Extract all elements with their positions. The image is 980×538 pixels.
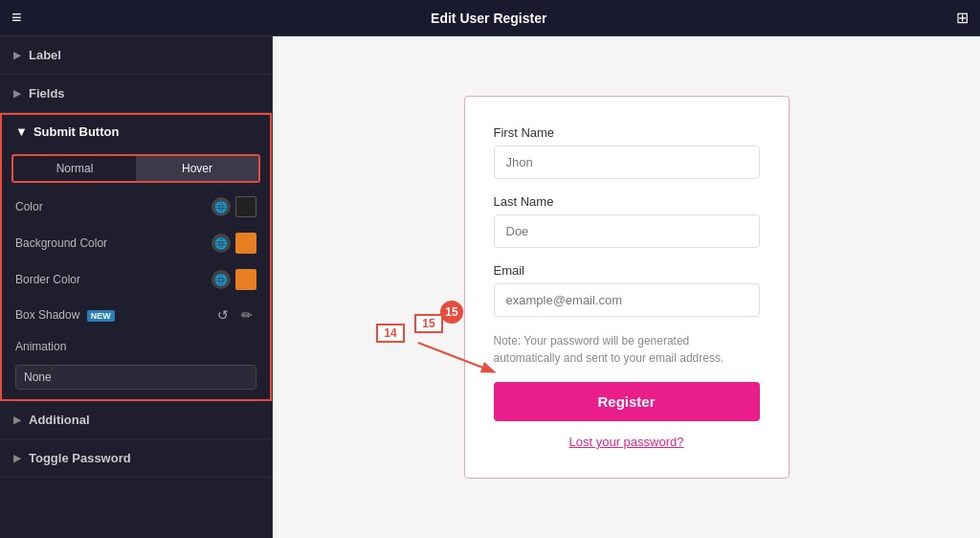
label-email: Email (494, 263, 760, 278)
sidebar-item-additional[interactable]: ▶ Additional (0, 401, 272, 438)
sidebar-item-submit-button[interactable]: ▼ Submit Button (2, 115, 270, 148)
sidebar-item-toggle-password[interactable]: ▶ Toggle Password (0, 439, 272, 477)
sidebar-label-text: Label (29, 48, 61, 62)
sidebar-fields-text: Fields (29, 86, 65, 101)
sidebar-item-fields[interactable]: ▶ Fields (0, 75, 272, 112)
prop-animation-label: Animation (15, 340, 256, 353)
tab-normal[interactable]: Normal (13, 156, 136, 181)
form-card: First Name Last Name Email Note: Your pa… (464, 96, 790, 479)
field-last-name: Last Name (494, 194, 760, 248)
menu-icon[interactable]: ≡ (11, 8, 22, 28)
sidebar-section-submit-button: ▼ Submit Button Normal Hover Color 🌐 Bac… (0, 113, 272, 401)
sidebar-section-label: ▶ Label (0, 36, 272, 75)
submit-button-label: Submit Button (33, 124, 120, 139)
bg-globe-icon[interactable]: 🌐 (212, 234, 231, 253)
chevron-right-icon-additional: ▶ (13, 415, 21, 425)
toggle-password-label: Toggle Password (29, 451, 131, 465)
field-email: Email (494, 263, 760, 317)
annotation-label-15: 15 (414, 314, 443, 333)
lost-password-link[interactable]: Lost your password? (494, 435, 760, 449)
prop-border-color: Border Color 🌐 (2, 261, 270, 298)
new-badge: NEW (87, 310, 115, 322)
edit-icon[interactable]: ✏ (237, 305, 256, 325)
sidebar-section-fields: ▶ Fields (0, 75, 272, 113)
chevron-right-icon: ▶ (13, 50, 21, 60)
prop-box-shadow: Box Shadow NEW ↺ ✏ 14 (2, 298, 270, 332)
password-note: Note: Your password will be generated au… (494, 332, 760, 367)
prop-box-shadow-label: Box Shadow NEW (15, 308, 213, 322)
field-first-name: First Name (494, 125, 760, 179)
submit-button-tab-group: Normal Hover (11, 154, 260, 183)
content-area: First Name Last Name Email Note: Your pa… (273, 36, 980, 538)
chevron-right-icon-toggle: ▶ (13, 453, 21, 463)
prop-bg-color-label: Background Color (15, 236, 212, 250)
border-globe-icon[interactable]: 🌐 (212, 270, 231, 289)
input-first-name[interactable] (494, 146, 760, 179)
prop-color-controls: 🌐 (212, 196, 256, 217)
grid-icon[interactable]: ⊞ (956, 9, 969, 27)
color-swatch-black[interactable] (235, 196, 256, 217)
prop-color-label: Color (15, 200, 212, 213)
prop-border-controls: 🌐 (212, 269, 256, 290)
animation-select-row: None (2, 361, 270, 399)
annotation-badge-15-content: 15 (440, 301, 463, 324)
main-layout: ▶ Label ▶ Fields ▼ Submit Button Normal … (0, 36, 980, 538)
input-email[interactable] (494, 283, 760, 317)
page-title: Edit User Register (431, 11, 546, 26)
top-bar: ≡ Edit User Register ⊞ (0, 0, 980, 36)
reset-icon[interactable]: ↺ (213, 305, 233, 325)
additional-label: Additional (29, 413, 90, 427)
label-first-name: First Name (494, 125, 760, 140)
chevron-down-icon: ▼ (15, 124, 28, 139)
annotation-label-14: 14 (376, 324, 405, 343)
prop-animation: Animation 15 (2, 332, 270, 361)
sidebar-section-toggle-password: ▶ Toggle Password (0, 439, 272, 478)
sidebar: ▶ Label ▶ Fields ▼ Submit Button Normal … (0, 36, 273, 538)
sidebar-item-label[interactable]: ▶ Label (0, 36, 272, 74)
tab-hover[interactable]: Hover (136, 156, 258, 181)
bg-swatch-orange[interactable] (235, 233, 256, 254)
label-last-name: Last Name (494, 194, 760, 209)
chevron-right-icon: ▶ (13, 88, 21, 99)
prop-box-shadow-controls: ↺ ✏ (213, 305, 256, 325)
register-button[interactable]: Register (494, 382, 760, 421)
input-last-name[interactable] (494, 214, 760, 248)
animation-select[interactable]: None (15, 365, 256, 390)
prop-color: Color 🌐 (2, 189, 270, 225)
prop-bg-controls: 🌐 (212, 233, 256, 254)
prop-bg-color: Background Color 🌐 (2, 225, 270, 261)
color-globe-icon[interactable]: 🌐 (212, 197, 231, 216)
sidebar-section-additional: ▶ Additional (0, 401, 272, 439)
prop-border-label: Border Color (15, 273, 212, 286)
border-swatch-orange[interactable] (235, 269, 256, 290)
